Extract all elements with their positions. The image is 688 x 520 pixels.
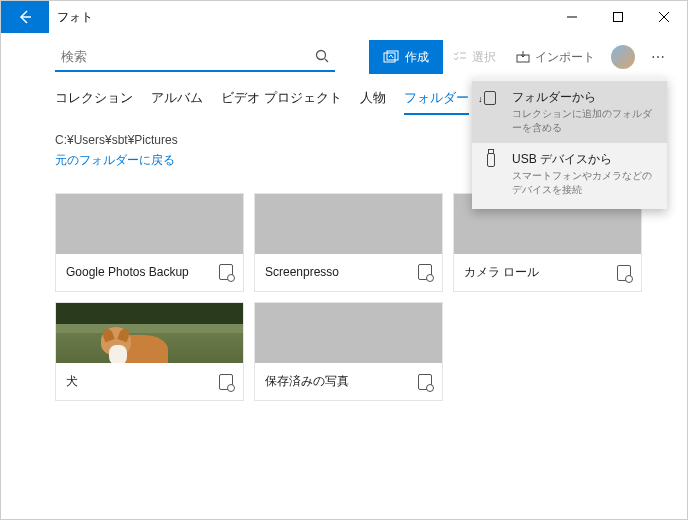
titlebar: フォト	[1, 1, 687, 33]
folder-card[interactable]: 犬	[55, 302, 244, 401]
svg-rect-0	[614, 13, 623, 22]
arrow-left-icon	[17, 9, 33, 25]
select-label: 選択	[472, 49, 496, 66]
tab-folder[interactable]: フォルダー	[404, 89, 469, 115]
search-box[interactable]	[55, 42, 335, 72]
search-icon	[315, 49, 329, 63]
maximize-button[interactable]	[595, 1, 641, 33]
folder-thumbnail	[56, 303, 243, 363]
folder-icon	[617, 265, 631, 281]
usb-icon	[484, 153, 500, 169]
folder-add-icon	[484, 91, 500, 107]
folder-thumbnail	[255, 303, 442, 363]
search-input[interactable]	[61, 49, 315, 64]
dropdown-item-title: フォルダーから	[512, 89, 655, 106]
import-icon	[516, 51, 530, 63]
folder-name: Screenpresso	[265, 265, 418, 279]
import-from-folder[interactable]: フォルダーから コレクションに追加のフォルダーを含める	[472, 81, 667, 143]
minimize-button[interactable]	[549, 1, 595, 33]
tab-album[interactable]: アルバム	[151, 89, 203, 115]
create-icon	[383, 50, 399, 64]
folder-card[interactable]: Screenpresso	[254, 193, 443, 292]
toolbar: 作成 選択 インポート ⋯	[1, 33, 687, 81]
dropdown-item-subtitle: コレクションに追加のフォルダーを含める	[512, 107, 655, 135]
folder-icon	[418, 374, 432, 390]
folder-name: カメラ ロール	[464, 264, 617, 281]
tab-people[interactable]: 人物	[360, 89, 386, 115]
folder-icon	[418, 264, 432, 280]
select-button: 選択	[443, 40, 506, 74]
import-from-usb[interactable]: USB デバイスから スマートフォンやカメラなどのデバイスを接続	[472, 143, 667, 205]
folder-card[interactable]: 保存済みの写真	[254, 302, 443, 401]
window-controls	[549, 1, 687, 33]
svg-point-1	[317, 51, 326, 60]
folder-icon	[219, 264, 233, 280]
select-icon	[453, 51, 467, 63]
tab-video-project[interactable]: ビデオ プロジェクト	[221, 89, 342, 115]
create-button[interactable]: 作成	[369, 40, 443, 74]
folder-thumbnail	[56, 194, 243, 254]
folder-card[interactable]: Google Photos Backup	[55, 193, 244, 292]
svg-rect-2	[384, 53, 395, 62]
folder-name: 保存済みの写真	[265, 373, 418, 390]
dropdown-item-subtitle: スマートフォンやカメラなどのデバイスを接続	[512, 169, 655, 197]
tab-collection[interactable]: コレクション	[55, 89, 133, 115]
app-title: フォト	[49, 9, 549, 26]
dropdown-item-title: USB デバイスから	[512, 151, 655, 168]
import-label: インポート	[535, 49, 595, 66]
more-button[interactable]: ⋯	[641, 40, 675, 74]
create-label: 作成	[405, 49, 429, 66]
more-icon: ⋯	[651, 49, 665, 65]
folder-name: 犬	[66, 373, 219, 390]
import-button[interactable]: インポート	[506, 40, 605, 74]
import-dropdown: フォルダーから コレクションに追加のフォルダーを含める USB デバイスから ス…	[472, 77, 667, 209]
user-avatar[interactable]	[611, 45, 635, 69]
back-button[interactable]	[1, 1, 49, 33]
folder-thumbnail	[255, 194, 442, 254]
folder-icon	[219, 374, 233, 390]
close-button[interactable]	[641, 1, 687, 33]
svg-rect-3	[387, 51, 398, 60]
folder-name: Google Photos Backup	[66, 265, 219, 279]
folder-grid: Google Photos Backup Screenpresso カメラ ロー…	[55, 193, 675, 401]
